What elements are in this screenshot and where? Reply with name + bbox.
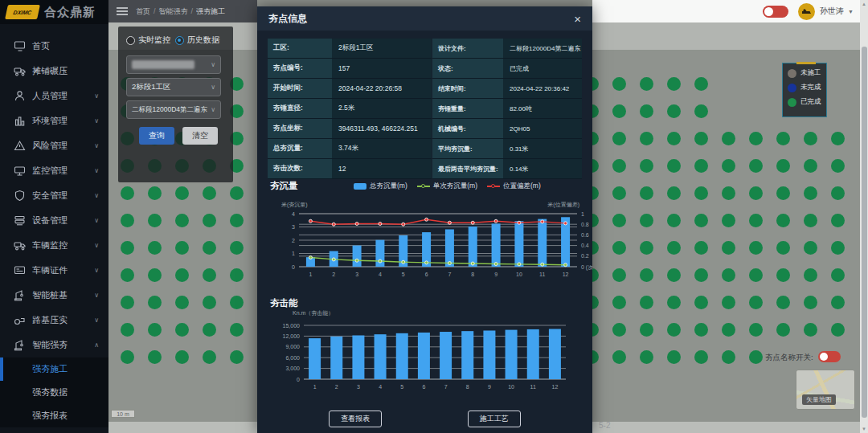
ramming-point-marker[interactable]	[831, 323, 845, 337]
ramming-point-marker[interactable]	[121, 323, 134, 337]
ramming-point-marker[interactable]	[612, 132, 626, 145]
breadcrumb-item[interactable]: 首页	[136, 7, 150, 15]
ramming-point-marker[interactable]	[148, 268, 162, 282]
ramming-point-marker[interactable]	[667, 350, 681, 364]
scrollbar-thumb[interactable]	[862, 47, 867, 418]
ramming-point-marker[interactable]	[121, 350, 134, 364]
ramming-point-marker[interactable]	[694, 186, 708, 200]
ramming-point-marker[interactable]	[667, 132, 681, 145]
ramming-point-marker[interactable]	[640, 186, 653, 200]
ramming-point-marker[interactable]	[722, 268, 735, 282]
sidebar-subitem-强夯数据[interactable]: 强夯数据	[0, 381, 108, 404]
ramming-point-marker[interactable]	[640, 350, 653, 364]
ramming-point-marker[interactable]	[694, 241, 708, 255]
ramming-point-marker[interactable]	[776, 214, 790, 227]
ramming-point-marker[interactable]	[230, 296, 244, 309]
ramming-point-marker[interactable]	[230, 241, 244, 255]
ramming-point-marker[interactable]	[640, 104, 653, 118]
ramming-point-marker[interactable]	[667, 241, 681, 255]
ramming-point-marker[interactable]	[831, 159, 845, 173]
ramming-point-marker[interactable]	[667, 159, 681, 173]
ramming-point-marker[interactable]	[175, 186, 189, 200]
ramming-point-marker[interactable]	[667, 323, 681, 337]
ramming-point-marker[interactable]	[722, 159, 735, 173]
point-name-toggle[interactable]	[818, 351, 841, 362]
sidebar-item-摊铺碾压[interactable]: 摊铺碾压	[0, 59, 108, 84]
sidebar-item-安全管理[interactable]: 安全管理∨	[0, 183, 108, 208]
ramming-point-marker[interactable]	[776, 241, 790, 255]
ramming-point-marker[interactable]	[175, 323, 189, 337]
ramming-point-marker[interactable]	[640, 159, 653, 173]
ramming-point-marker[interactable]	[694, 132, 708, 145]
sidebar-item-智能桩基[interactable]: 智能桩基∨	[0, 283, 108, 308]
ramming-point-marker[interactable]	[640, 77, 653, 91]
close-icon[interactable]: ×	[574, 13, 581, 25]
ramming-point-marker[interactable]	[831, 241, 845, 255]
ramming-point-marker[interactable]	[804, 323, 817, 337]
ramming-point-marker[interactable]	[230, 186, 244, 200]
ramming-point-marker[interactable]	[640, 241, 653, 255]
ramming-point-marker[interactable]	[694, 296, 708, 309]
ramming-point-marker[interactable]	[175, 296, 189, 309]
ramming-point-marker[interactable]	[640, 214, 653, 227]
query-select-2[interactable]: 2标段1工区∨	[126, 78, 221, 96]
ramming-point-marker[interactable]	[694, 77, 708, 91]
radio-实时监控[interactable]: 实时监控	[126, 35, 170, 46]
sidebar-item-环境管理[interactable]: 环境管理∨	[0, 108, 108, 133]
breadcrumb[interactable]: 首页/智能强夯/强夯施工	[136, 6, 225, 17]
ramming-point-marker[interactable]	[749, 323, 763, 337]
ramming-point-marker[interactable]	[175, 214, 189, 227]
ramming-point-marker[interactable]	[694, 350, 708, 364]
sidebar-item-车辆证件[interactable]: 车辆证件∨	[0, 258, 108, 283]
sidebar-item-首页[interactable]: 首页	[0, 34, 108, 59]
ramming-point-marker[interactable]	[148, 350, 162, 364]
ramming-point-marker[interactable]	[722, 350, 735, 364]
query-select-3[interactable]: 二标段12000D4第二遍东∨	[126, 100, 221, 119]
ramming-point-marker[interactable]	[749, 132, 763, 145]
scroll-up-icon[interactable]: ▲	[860, 2, 868, 6]
ramming-point-marker[interactable]	[749, 350, 763, 364]
ramming-point-marker[interactable]	[722, 323, 735, 337]
ramming-point-marker[interactable]	[612, 186, 626, 200]
ramming-point-marker[interactable]	[694, 323, 708, 337]
avatar[interactable]	[798, 3, 815, 20]
sidebar-item-监控管理[interactable]: 监控管理∨	[0, 158, 108, 183]
ramming-point-marker[interactable]	[230, 214, 244, 227]
ramming-point-marker[interactable]	[203, 323, 216, 337]
ramming-point-marker[interactable]	[776, 296, 790, 309]
ramming-point-marker[interactable]	[804, 268, 817, 282]
legend-item[interactable]: 位置偏差(m)	[487, 182, 541, 191]
ramming-point-marker[interactable]	[776, 268, 790, 282]
sidebar-subitem-强夯施工[interactable]: 强夯施工	[0, 357, 108, 381]
legend-item[interactable]: 单次夯沉量(m)	[417, 182, 477, 191]
ramming-point-marker[interactable]	[749, 159, 763, 173]
ramming-point-marker[interactable]	[667, 186, 681, 200]
ramming-point-marker[interactable]	[612, 296, 626, 309]
ramming-point-marker[interactable]	[612, 268, 626, 282]
ramming-point-marker[interactable]	[148, 186, 162, 200]
ramming-point-marker[interactable]	[804, 186, 817, 200]
ramming-point-marker[interactable]	[694, 214, 708, 227]
ramming-point-marker[interactable]	[776, 323, 790, 337]
ramming-point-marker[interactable]	[612, 214, 626, 227]
ramming-point-marker[interactable]	[121, 186, 134, 200]
ramming-point-marker[interactable]	[612, 323, 626, 337]
ramming-point-marker[interactable]	[776, 132, 790, 145]
ramming-point-marker[interactable]	[175, 350, 189, 364]
ramming-point-marker[interactable]	[831, 186, 845, 200]
radio-历史数据[interactable]: 历史数据	[175, 35, 219, 46]
sidebar-item-设备管理[interactable]: 设备管理∨	[0, 208, 108, 233]
sidebar-item-车辆监控[interactable]: 车辆监控∨	[0, 233, 108, 258]
query-select-1[interactable]: ∨	[126, 55, 221, 74]
ramming-point-marker[interactable]	[203, 296, 216, 309]
sidebar-item-人员管理[interactable]: 人员管理∨	[0, 84, 108, 108]
ramming-point-marker[interactable]	[640, 132, 653, 145]
sidebar-item-路基压实[interactable]: 路基压实∨	[0, 308, 108, 333]
sidebar-subitem-强夯报表[interactable]: 强夯报表	[0, 404, 108, 427]
ramming-point-marker[interactable]	[722, 132, 735, 145]
ramming-point-marker[interactable]	[640, 268, 653, 282]
view-report-button[interactable]: 查看报表	[329, 411, 382, 427]
ramming-point-marker[interactable]	[694, 268, 708, 282]
ramming-point-marker[interactable]	[722, 214, 735, 227]
ramming-point-marker[interactable]	[831, 296, 845, 309]
